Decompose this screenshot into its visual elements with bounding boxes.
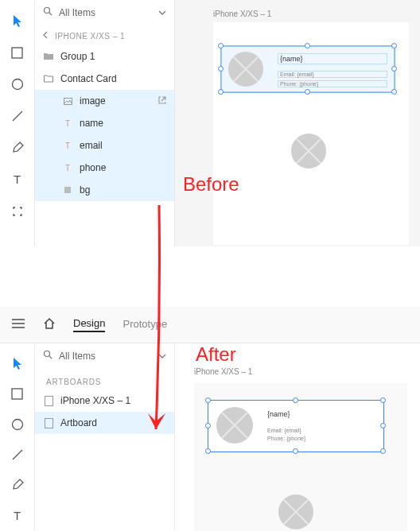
artboard-icon [43,396,54,406]
ellipse-tool[interactable] [0,409,35,440]
svg-text:T: T [14,510,21,522]
layer-artboard[interactable]: Artboard [35,412,174,434]
svg-point-4 [45,8,50,14]
search-icon [43,350,52,362]
card-phone-field[interactable]: Phone: {phone} [278,80,387,87]
ellipse-tool[interactable] [0,68,35,100]
pen-tool[interactable] [0,132,35,164]
rectangle-tool[interactable] [0,37,35,68]
svg-rect-18 [45,418,52,428]
svg-point-15 [45,351,50,357]
layer-contact-card[interactable]: Contact Card [35,68,174,90]
breadcrumb-label: IPHONE X/XS – 1 [55,32,125,41]
image-placeholder[interactable] [216,407,253,444]
tab-design[interactable]: Design [73,317,105,332]
image-layer-icon [62,98,73,105]
artboard-tool[interactable] [0,196,35,227]
contact-card-component[interactable]: {name} Email: {email} Phone: {phone} [221,46,395,92]
svg-rect-7 [64,187,71,193]
svg-rect-0 [12,48,22,58]
layer-name[interactable]: T name [35,112,174,134]
image-placeholder[interactable] [291,134,326,169]
tab-prototype[interactable]: Prototype [122,318,167,331]
folder-outline-icon [43,75,54,83]
card-email-field[interactable]: Email: {email} [267,428,301,433]
text-layer-icon: T [62,119,73,128]
artboard-card[interactable]: {name} Email: {email} Phone: {phone} [208,401,383,452]
svg-line-2 [13,111,22,121]
chevron-left-icon [43,31,49,41]
pen-tool[interactable] [0,470,35,500]
chevron-down-icon[interactable] [158,351,166,362]
annotation-after: After [196,343,236,366]
breadcrumb[interactable]: IPHONE X/XS – 1 [35,25,174,45]
svg-point-1 [12,79,22,90]
layer-email[interactable]: T email [35,134,174,157]
search-text: All Items [59,7,152,18]
line-tool[interactable] [0,440,35,470]
svg-text:T: T [14,173,21,186]
menu-icon[interactable] [11,318,25,332]
section-artboards: ARTBOARDS [35,368,174,390]
line-tool[interactable] [0,100,35,132]
layer-image[interactable]: image [35,90,174,112]
svg-line-5 [49,13,52,15]
svg-line-16 [49,356,52,359]
layer-phone[interactable]: T phone [35,157,174,179]
card-name-field[interactable]: {name} [278,53,387,64]
artboard-icon [43,418,54,428]
select-tool[interactable] [0,348,35,378]
canvas-title: iPhone X/XS – 1 [194,367,252,376]
card-email-field[interactable]: Email: {email} [278,71,387,78]
svg-rect-11 [12,389,22,399]
rectangle-tool[interactable] [0,378,35,409]
text-layer-icon: T [62,141,73,150]
layer-iphone-artboard[interactable]: iPhone X/XS – 1 [35,390,174,412]
artboard-title[interactable]: iPhone X/XS – 1 [213,10,271,18]
annotation-before: Before [183,173,239,196]
text-tool[interactable]: T [0,164,35,196]
svg-point-12 [12,419,22,429]
search-text: All Items [59,351,152,362]
layer-bg[interactable]: bg [35,179,174,201]
artboard-canvas[interactable]: {name} Email: {email} Phone: {phone} [213,22,409,245]
chevron-down-icon[interactable] [158,7,166,18]
search-input[interactable]: All Items [35,0,174,25]
select-tool[interactable] [0,5,35,37]
external-link-icon[interactable] [158,95,166,107]
image-placeholder[interactable] [278,494,313,529]
svg-line-13 [13,450,22,459]
search-input[interactable]: All Items [35,343,174,368]
folder-icon [43,52,54,60]
rect-layer-icon [62,186,73,194]
layer-group[interactable]: Group 1 [35,45,174,68]
text-layer-icon: T [62,164,73,172]
svg-rect-17 [45,396,52,405]
search-icon [43,6,52,18]
card-phone-field[interactable]: Phone: {phone} [267,436,305,441]
image-placeholder[interactable] [228,52,263,87]
text-tool[interactable]: T [0,501,35,531]
home-icon[interactable] [43,317,56,333]
card-name-field[interactable]: {name} [267,410,290,418]
